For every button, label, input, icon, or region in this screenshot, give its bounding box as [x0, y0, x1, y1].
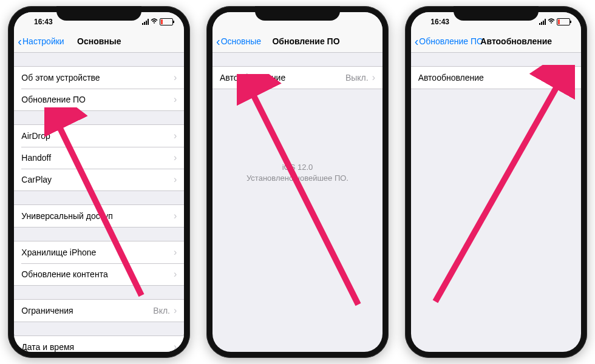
row-background-refresh[interactable]: Обновление контента › [14, 263, 184, 285]
svg-line-1 [249, 86, 358, 305]
svg-line-2 [435, 78, 562, 302]
notch [454, 6, 539, 21]
status-indicators [137, 18, 173, 25]
chevron-right-icon: › [174, 211, 177, 221]
back-label: Обновление ПО [419, 36, 483, 46]
status-time: 16:43 [25, 18, 61, 26]
toggle-switch[interactable] [548, 70, 574, 85]
row-label: Handoff [21, 153, 51, 163]
back-label: Основные [221, 36, 261, 46]
row-restrictions[interactable]: Ограничения Вкл.› [14, 300, 184, 322]
wifi-icon [151, 18, 158, 25]
row-label: Автообновление [220, 73, 285, 83]
chevron-right-icon: › [174, 342, 177, 352]
nav-title: Основные [77, 36, 121, 46]
battery-icon [557, 18, 570, 25]
chevron-right-icon: › [372, 72, 375, 83]
chevron-right-icon: › [174, 72, 177, 83]
ios-version: iOS 12.0 [212, 162, 382, 173]
row-auto-update-toggle[interactable]: Автообновление [411, 67, 581, 89]
row-label: Обновление ПО [21, 95, 86, 104]
row-label: Дата и время [21, 342, 74, 352]
back-label: Настройки [22, 36, 64, 46]
row-label: Об этом устройстве [21, 73, 100, 83]
notch [56, 6, 141, 21]
chevron-left-icon: ‹ [415, 35, 419, 47]
nav-bar: ‹ Настройки Основные [14, 30, 184, 53]
phone-frame: 16:43 ‹ Настройки Основные [8, 6, 190, 358]
phone-frame: 16:43 ‹ Обновление ПО Автообновление [405, 6, 587, 358]
screen: ‹ Основные Обновление ПО Автообновление … [212, 12, 382, 352]
status-indicators [534, 18, 570, 25]
row-carplay[interactable]: CarPlay › [14, 169, 184, 190]
annotation-arrow [429, 65, 575, 308]
row-label: AirDrop [21, 131, 50, 141]
chevron-right-icon: › [174, 130, 177, 141]
battery-icon [160, 18, 173, 25]
screen: 16:43 ‹ Настройки Основные [14, 12, 184, 352]
chevron-right-icon: › [174, 247, 177, 258]
row-airdrop[interactable]: AirDrop › [14, 125, 184, 147]
chevron-left-icon: ‹ [216, 35, 220, 47]
wifi-icon [548, 18, 555, 25]
chevron-right-icon: › [174, 94, 177, 105]
update-message: Установлено новейшее ПО. [212, 173, 382, 184]
back-button[interactable]: ‹ Основные [216, 35, 261, 47]
notch [255, 6, 340, 21]
annotation-arrow [237, 74, 364, 311]
content: Автообновление [411, 53, 581, 352]
row-label: CarPlay [21, 175, 52, 184]
row-label: Ограничения [21, 306, 73, 315]
row-auto-update[interactable]: Автообновление Выкл.› [212, 67, 382, 89]
chevron-right-icon: › [174, 152, 177, 163]
row-date-time[interactable]: Дата и время › [14, 336, 184, 352]
nav-bar: ‹ Обновление ПО Автообновление [411, 30, 581, 53]
screen: 16:43 ‹ Обновление ПО Автообновление [411, 12, 581, 352]
row-value: Вкл. [153, 306, 170, 315]
row-label: Хранилище iPhone [21, 248, 96, 257]
chevron-right-icon: › [174, 269, 177, 280]
chevron-right-icon: › [174, 305, 177, 316]
signal-icon [142, 19, 149, 25]
phone-frame: ‹ Основные Обновление ПО Автообновление … [206, 6, 389, 358]
content: Автообновление Выкл.› iOS 12.0 Установле… [212, 53, 382, 352]
row-accessibility[interactable]: Универсальный доступ › [14, 205, 184, 227]
row-label: Универсальный доступ [21, 211, 113, 221]
chevron-right-icon: › [174, 174, 177, 185]
nav-title: Автообновление [480, 36, 552, 46]
status-time: 16:43 [422, 18, 458, 26]
row-value: Выкл. [345, 73, 369, 83]
settings-list[interactable]: Об этом устройстве › Обновление ПО › Air… [14, 53, 184, 352]
row-software-update[interactable]: Обновление ПО › [14, 89, 184, 110]
chevron-left-icon: ‹ [18, 35, 22, 47]
nav-bar: ‹ Основные Обновление ПО [212, 30, 382, 53]
row-handoff[interactable]: Handoff › [14, 147, 184, 169]
back-button[interactable]: ‹ Обновление ПО [415, 35, 483, 47]
row-about[interactable]: Об этом устройстве › [14, 67, 184, 89]
signal-icon [539, 19, 546, 25]
back-button[interactable]: ‹ Настройки [18, 35, 64, 47]
nav-title: Обновление ПО [272, 36, 339, 46]
row-label: Автообновление [418, 73, 484, 83]
update-status: iOS 12.0 Установлено новейшее ПО. [212, 162, 382, 184]
row-iphone-storage[interactable]: Хранилище iPhone › [14, 241, 184, 263]
row-label: Обновление контента [21, 269, 107, 279]
